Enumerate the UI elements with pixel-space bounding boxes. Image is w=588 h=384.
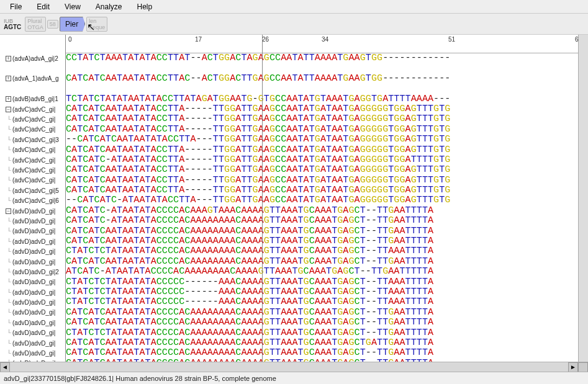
sequence-row[interactable]: CTATCTCTATAATATACCCCC------AAACAAAAGTTAA… <box>66 297 578 307</box>
sequence-row[interactable]: CATCATCAATAATATACCTTAC--ACTGGACTTGAGCCAA… <box>66 74 578 84</box>
sequence-name-row[interactable]: └(advC)advC_gi| <box>0 165 65 175</box>
sequence-row[interactable]: CATCATCAATAATATACCCCACAAAAAAAACAAAAGTTAA… <box>66 236 578 246</box>
expand-icon[interactable]: + <box>6 56 11 61</box>
sequence-row[interactable]: CATCATCAATAATATACCCCACAAAAAAAACAAAAGTTAA… <box>66 257 578 267</box>
sequence-name-label: (advA)advA_gi|2 <box>12 55 65 62</box>
sequence-name-row[interactable]: └(advD)advD_gi| <box>0 216 65 226</box>
sequence-row[interactable]: CATCATCAATAATATACCCCACAAAAAAAACAAAAGTTAA… <box>66 226 578 236</box>
sequence-row[interactable]: CTATCTCTATAATATACCCCC------AAACAAAAGTTAA… <box>66 287 578 297</box>
sequence-name-label: (advC)advC_gi|3 <box>12 136 65 143</box>
sequence-name-row[interactable]: └(advC)advC_gi|3 <box>0 135 65 145</box>
collapse-icon[interactable]: − <box>6 208 11 214</box>
sequence-name-label: (advD)advD_gi| <box>12 319 65 326</box>
sequence-name-row[interactable]: └(advD)advD_gi| <box>0 328 65 338</box>
sequence-name-row[interactable]: └(advC)advC_gi|6 <box>0 195 65 205</box>
sequence-name-label: (advD)advD_gi|2 <box>12 269 65 275</box>
sequence-name-row[interactable]: └(advD)advD_gi| <box>0 348 65 358</box>
sequence-name-label: (advC)advC_gi| <box>12 146 65 153</box>
sequence-row[interactable]: --CATCATC-ATAATATACCTTA---TTGGATTGAAGCCA… <box>66 195 578 205</box>
sequence-name-row[interactable]: └(advC)advC_gi| <box>0 145 65 155</box>
sequence-name-row[interactable]: └(advC)advC_gi| <box>0 125 65 135</box>
sequence-name-label: (advC)advC_gi| <box>12 106 65 113</box>
sequence-name-row[interactable]: └(advC)advC_gi| <box>0 155 65 165</box>
sequence-row[interactable]: CATCATCAATAATATACCTTA-----TTGGATTGAAGCCA… <box>66 165 578 175</box>
sequence-row[interactable]: CATCATCAATAATATACCCCACAAAAAAAACAAAAGTTAA… <box>66 338 578 348</box>
scroll-left-arrow-icon[interactable]: ◄ <box>0 362 10 372</box>
sequence-row[interactable]: --CATCATCAATAATATACCTTA---TTGGATTGAAGCCA… <box>66 135 578 145</box>
sequence-name-row[interactable]: └(advC)advC_gi|5 <box>0 185 65 195</box>
sequence-row[interactable]: CATCATCAATAATATACCTTA-----TTGGATTGAAGCCA… <box>66 104 578 114</box>
ruler-tick: 51 <box>448 36 455 43</box>
expand-icon[interactable]: + <box>6 76 11 81</box>
sequence-row[interactable]: CATCATC-ATAATATACCCCACAAAGTAAACAAAAGTTAA… <box>66 206 578 216</box>
sequence-name-row[interactable]: └(advD)advD_gi| <box>0 287 65 297</box>
sequence-name-label: (advD)advD_gi| <box>12 309 65 316</box>
sequence-name-label: (advD)advD_gi| <box>12 350 65 357</box>
scroll-track[interactable] <box>10 362 568 372</box>
sequence-name-row[interactable]: └(advD)advD_gi| <box>0 277 65 287</box>
menu-analyze[interactable]: Analyze <box>88 1 130 12</box>
sequence-name-row[interactable]: └(advD)advD_gi| <box>0 308 65 318</box>
sequence-row[interactable]: CTATCTCTATAATATACCCCACAAAAAAAACAAAAGTTAA… <box>66 328 578 338</box>
sequence-name-row[interactable]: −(advD)advD_gi| <box>0 206 65 216</box>
sequence-name-row[interactable]: +(advA)advA_gi|2 <box>0 53 65 63</box>
horizontal-scrollbar[interactable]: ◄ ► <box>0 362 588 372</box>
sequence-row[interactable]: CCTATCTAAATATATACCTTAT--ACTGGACTAGAGCCAA… <box>66 53 578 63</box>
expand-icon[interactable]: + <box>6 96 11 102</box>
sequence-name-row[interactable]: └(advD)advD_gi| <box>0 246 65 256</box>
sequence-row[interactable]: CATCATCAATAATATACCCCACAAAAAAAACAAAAGTTAA… <box>66 348 578 358</box>
sequence-row[interactable]: CATCATCAATAATATACCTTA-----TTGGATTGAAGCCA… <box>66 185 578 195</box>
ruler-tick: 34 <box>322 36 328 43</box>
sequence-name-row[interactable]: └(advD)advD_gi| <box>0 318 65 328</box>
sequence-row[interactable]: CATCATCAATAATATACCCCACAAAAAAAACAAAAGTTAA… <box>66 318 578 328</box>
sequence-name-label: (advB)advB_gi|1 <box>12 96 65 102</box>
faded-btn-3[interactable]: lenSeque <box>86 17 107 32</box>
ruler-tick: 0 <box>68 36 72 43</box>
menu-view[interactable]: View <box>57 1 88 12</box>
sequence-row[interactable]: CATCATCAATAATATACCTTA-----TTGGATTGAAGCCA… <box>66 145 578 155</box>
sequence-name-row[interactable]: └(advC)advC_gi| <box>0 114 65 124</box>
sequence-row[interactable]: TCTATCTATATAATATACCTTATAGATGGAATG-GTGCCA… <box>66 94 578 104</box>
alignment-view[interactable]: 01726345168 CCTATCTAAATATATACCTTAT--ACTG… <box>66 35 578 372</box>
sequence-name-row[interactable]: └(advD)advD_gi| <box>0 297 65 307</box>
sequence-row[interactable]: CTATCTCTATAATATACCCCACAAAAAAAACAAAAGTTAA… <box>66 246 578 256</box>
collapse-icon[interactable]: − <box>6 107 11 112</box>
ruler-tick: 17 <box>195 36 202 43</box>
sequence-name-label: (advD)advD_gi| <box>12 299 65 306</box>
ruler-tick: 68 <box>575 36 578 43</box>
pier-button[interactable]: Pier <box>60 17 85 32</box>
sequence-row[interactable]: ATCATC-ATAATATACCCCACAAAAAAAACAAAAGTTAAA… <box>66 267 578 277</box>
menu-help[interactable]: Help <box>130 1 160 12</box>
sequence-name-row[interactable]: └(advD)advD_gi| <box>0 226 65 236</box>
sequence-row[interactable]: CATCATCAATAATATACCTTA-----TTGGATTGAAGCCA… <box>66 176 578 185</box>
menubar: FileEditViewAnalyzeHelp <box>0 0 588 14</box>
sequence-row[interactable]: CATCATC-ATAATATACCCCACAAAAAAAACAAAAGTTAA… <box>66 216 578 226</box>
sequence-name-label: (advC)advC_gi|6 <box>12 197 65 204</box>
sequence-name-label: (advC)advC_gi|5 <box>12 187 65 194</box>
vertical-scrollbar[interactable] <box>578 35 588 372</box>
sequence-row[interactable]: CATCATCAATAATATACCTTA-----TTGGATTGAAGCCA… <box>66 114 578 124</box>
sequence-name-label: (advC)advC_gi| <box>12 126 65 133</box>
sequence-name-row[interactable]: +(advA_1)advA_g <box>0 74 65 84</box>
sequence-row[interactable]: CATCATCAATAATATACCCCACAAAAAAAACAAAAGTTAA… <box>66 308 578 318</box>
sequence-row[interactable]: CTATCTCTATAATATACCCCC------AAACAAAAGTTAA… <box>66 277 578 287</box>
sequence-row[interactable]: CATCATCAATAATATACCTTA-----TTGGATTGAAGCCA… <box>66 125 578 135</box>
sequence-name-row[interactable]: +(advB)advB_gi|1 <box>0 94 65 104</box>
sequence-name-row[interactable]: └(advD)advD_gi|2 <box>0 267 65 277</box>
sequence-name-panel[interactable]: +(advA)advA_gi|2+(advA_1)advA_g+(advB)ad… <box>0 35 66 372</box>
scroll-right-arrow-icon[interactable]: ► <box>568 362 578 372</box>
sequence-name-row[interactable]: └(advD)advD_gi| <box>0 257 65 267</box>
sequence-name-row[interactable]: └(advD)advD_gi| <box>0 236 65 246</box>
menu-file[interactable]: File <box>2 1 29 12</box>
menu-edit[interactable]: Edit <box>29 1 57 12</box>
ruler: 01726345168 <box>66 35 578 53</box>
faded-btn-2[interactable]: 58 <box>47 20 58 29</box>
sequence-name-label: (advC)advC_gi| <box>12 116 65 123</box>
sequence-name-label: (advD)advD_gi| <box>12 289 65 296</box>
encoding-toggle[interactable]: IUB AGTC <box>4 18 21 30</box>
sequence-name-row[interactable]: └(advC)advC_gi| <box>0 176 65 185</box>
sequence-name-row[interactable]: −(advC)advC_gi| <box>0 104 65 114</box>
sequence-name-row[interactable]: └(advD)advD_gi| <box>0 338 65 348</box>
sequence-row[interactable]: CATCATC-ATAATATACCTTA-----TTGGATTGAAGCCA… <box>66 155 578 165</box>
faded-btn-1[interactable]: PluralOTGA <box>25 17 46 32</box>
